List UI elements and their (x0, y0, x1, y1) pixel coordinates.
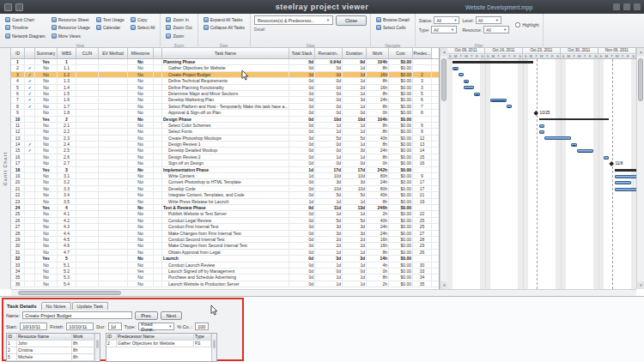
table-row[interactable]: 21No3.3NoDevelop Code0d10d10d80h$0.0017 (11, 186, 439, 192)
table-row[interactable]: 25No4.1NoPublish Website to Test Server0… (11, 211, 439, 217)
table-row[interactable]: 24Yes4NoTest & Review Phase0d11d13d246h$… (11, 205, 439, 211)
column-header-duration[interactable]: Duration (343, 48, 367, 58)
table-row[interactable]: 31No4.7NoObtain Approval from Legal0d1d1… (11, 250, 439, 256)
task-bar[interactable] (539, 124, 544, 128)
table-row[interactable]: 10Yes2NoDesign Phase0d10d10d104h$0.00 (11, 117, 439, 123)
table-row[interactable]: 9No1.8NoApproval & Sign-off on Plan0d0d0… (11, 110, 439, 116)
scroll-up-icon[interactable]: ▲ (637, 48, 644, 56)
milestone-diamond[interactable] (609, 161, 614, 166)
table-row[interactable]: 3✓No1.2NoCreate Project Budget0d0d1d16h$… (11, 72, 439, 78)
task-bar[interactable] (474, 93, 479, 96)
table-row[interactable]: 20No3.2NoConvert Photoshop to HTML Templ… (11, 179, 439, 185)
close-button[interactable]: Close (336, 15, 367, 26)
highlight-checkbox[interactable] (515, 22, 520, 27)
table-row[interactable]: 7✓No1.6NoDevelop Marketing Plan0d0d3d24h… (11, 97, 439, 103)
task-bar[interactable] (539, 130, 544, 134)
table-row[interactable]: 35No5.3NoPurchase and Schedule Advertisi… (11, 275, 439, 281)
summary-bar[interactable] (453, 61, 533, 63)
tab-update-task[interactable]: Update Task (72, 302, 108, 310)
column-header-summary[interactable]: Summary (35, 48, 58, 58)
task-type-select[interactable]: Fixed Durat.. ▼ (138, 323, 174, 330)
ribbon-button-zoom-out[interactable]: Zoom Out (164, 24, 193, 33)
column-header-id[interactable]: ID (11, 48, 25, 58)
task-bar[interactable] (459, 73, 464, 76)
ribbon-button-select-cells[interactable]: Select Cells (374, 24, 411, 33)
scrollbar-thumb[interactable] (441, 58, 447, 101)
ribbon-button-resource-sheet[interactable]: Resource Sheet (50, 15, 92, 24)
help-icon[interactable] (634, 3, 641, 10)
table-row[interactable]: 30No4.6NoMake Changes from Second Intern… (11, 243, 439, 249)
scrollbar-thumb[interactable] (638, 58, 643, 101)
table-row[interactable]: 13No2.3NoCreate Photoshop Mockups0d5d5d4… (11, 136, 439, 142)
task-bar[interactable] (577, 149, 593, 153)
table-row[interactable]: 6✓No1.5NoDetermine Major and Minor Secti… (11, 91, 439, 97)
next-button[interactable]: Next (161, 311, 182, 320)
task-bar[interactable] (615, 188, 636, 191)
table-row[interactable]: 18Yes3NoImplementation Phase1d17d17d242h… (11, 167, 439, 173)
ribbon-button-calendar[interactable]: Calendar (94, 24, 126, 33)
table-row[interactable]: 14✓No2.4NoDesign Review 10d0d1d8h$0.0013 (11, 142, 439, 148)
duration-input[interactable] (108, 323, 122, 330)
task-bar[interactable] (615, 181, 631, 184)
task-bar[interactable] (453, 67, 458, 70)
task-bar[interactable] (604, 156, 609, 160)
filter-level-select[interactable]: All▼ (476, 16, 501, 24)
column-header-remainin[interactable]: Remainin.. (315, 48, 343, 58)
table-row[interactable]: 26No4.2NoConduct Legal Review0d5d5d40h$0… (11, 218, 439, 224)
table-row[interactable]: 1Yes1NoPlanning Phase0d0.94d9d104h$0.00 (11, 59, 439, 65)
column-header-cost[interactable]: Cost (389, 48, 413, 58)
ribbon-button-text-usage[interactable]: Text Usage (94, 15, 126, 24)
predecessor-row[interactable]: 2Gather Objectives for WebsiteFS (106, 341, 211, 347)
table-row[interactable]: 27No4.3NoConduct First Internal Test0d3d… (11, 224, 439, 230)
table-row[interactable]: 15✓No2.5NoDevelop Detailed Mockup0d0d3d2… (11, 148, 439, 154)
detail-select[interactable]: Resources(s) & Predecesso...▼ (254, 15, 333, 25)
column-header-ev-method[interactable]: EV Method (99, 48, 128, 58)
task-bar[interactable] (571, 143, 576, 147)
task-bar[interactable] (544, 136, 571, 140)
scroll-down-icon[interactable]: ▼ (637, 281, 644, 289)
milestone-diamond[interactable] (534, 111, 539, 116)
gantt-vertical-scrollbar[interactable]: ▲ ▼ (636, 48, 644, 289)
table-row[interactable]: 36No5.4NoLaunch Website to Production Se… (11, 281, 439, 287)
table-row[interactable]: 2✓No1.1NoGather Objectives for Website0d… (11, 65, 439, 71)
scrollbar-thumb[interactable] (18, 291, 121, 295)
filter-status-select[interactable]: All▼ (434, 16, 459, 24)
table-row[interactable]: 19No3.1NoWrite Content1d10d10d80h$0.009 (11, 173, 439, 179)
start-date-input[interactable] (20, 323, 47, 330)
table-row[interactable]: 32Yes5NoLaunch0d3d3d14h$0.00 (11, 256, 439, 262)
task-bar[interactable] (464, 80, 469, 83)
table-row[interactable]: 33No5.1NoConduct Launch Review0d1d1d4h$0… (11, 262, 439, 268)
resource-row[interactable]: 1John8h (7, 341, 94, 347)
column-header-predec[interactable]: Predec... (413, 48, 432, 58)
ribbon-button-more-views[interactable]: More Views (50, 32, 92, 40)
table-row[interactable]: 8✓No1.7NoSelect Platform and Host - Temp… (11, 104, 439, 110)
resource-row[interactable]: 5Michele8h (7, 354, 94, 361)
table-row[interactable]: 28No4.4NoMake Changes from First Interna… (11, 231, 439, 237)
ribbon-button-zoom-in[interactable]: Zoom In (164, 15, 193, 24)
table-row[interactable]: 29No4.5NoConduct Second Internal Test0d2… (11, 237, 439, 243)
task-name-input[interactable] (22, 311, 132, 319)
resource-row[interactable]: 2Cristina8h (7, 347, 94, 354)
ribbon-button-network-diagram[interactable]: Network Diagram (3, 32, 47, 40)
table-row[interactable]: 23No3.5NoWrite Press Release for Launch1… (11, 199, 439, 205)
ribbon-button-expand-all-tasks[interactable]: Expand All Tasks (202, 15, 246, 24)
summary-bar[interactable] (615, 169, 636, 172)
filter-type-select[interactable]: All▼ (431, 26, 457, 33)
ribbon-button-resource-usage[interactable]: Resource Usage (50, 24, 92, 33)
ribbon-button-select-all[interactable]: Select All (129, 24, 157, 33)
settings-icon[interactable] (623, 3, 630, 10)
ribbon-button-collapse-all-tasks[interactable]: Collapse All Tasks (202, 24, 246, 33)
task-bar[interactable] (507, 105, 512, 108)
ribbon-button-gantt-chart[interactable]: Gantt Chart (3, 15, 47, 24)
table-row[interactable]: 11No2.1NoSelect Color Schemes0d1d1d8h$0.… (11, 123, 439, 129)
table-row[interactable]: 34No5.2YesLaunch Signed off by Managemen… (11, 268, 439, 275)
table-row[interactable]: 12No2.2NoSelect Fonts0d1d1d8h$0.009 (11, 129, 439, 135)
finish-date-input[interactable] (66, 323, 94, 330)
column-header-wbs[interactable]: WBS (58, 48, 76, 58)
task-bar[interactable] (490, 99, 507, 102)
table-row[interactable]: 17No2.7NoSign-off on Design0d0d0d0h$0.00… (11, 160, 439, 166)
task-bar[interactable] (615, 175, 636, 178)
percent-complete-input[interactable] (195, 323, 209, 330)
prev-button[interactable]: Prev. (135, 311, 157, 320)
table-row[interactable]: 22No3.4NoIntegrate Content, Templates, a… (11, 192, 439, 198)
